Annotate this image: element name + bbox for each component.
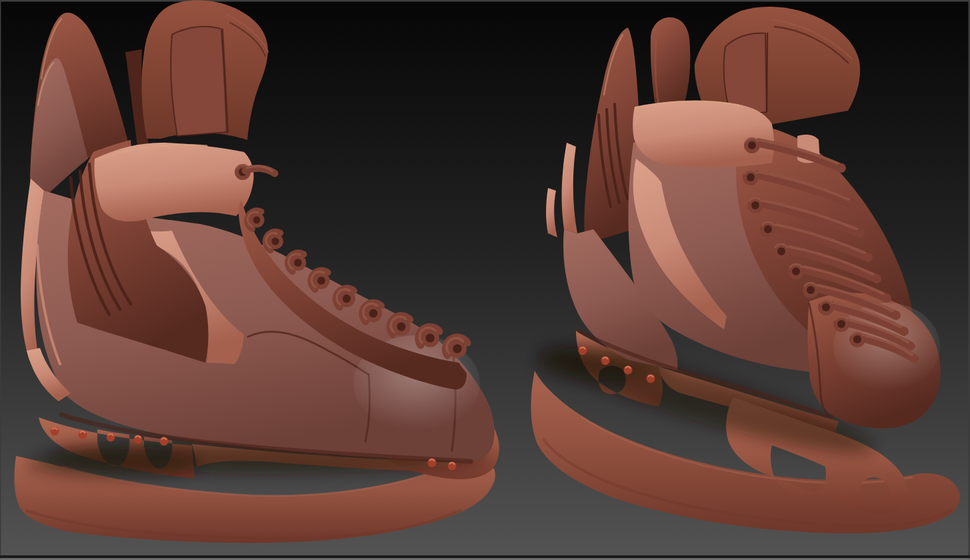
right-tongue-center-seam <box>767 33 767 112</box>
right-lace-end-2 <box>847 199 857 209</box>
right-eyelet-1 <box>744 137 760 153</box>
right-lace-end-3 <box>855 229 865 238</box>
right-eyelet-6 <box>788 263 804 279</box>
right-lace-end-1 <box>837 163 846 173</box>
right-rivet-3 <box>624 366 633 375</box>
right-eyelet-8 <box>818 299 834 315</box>
left-tongue-inner-panel <box>171 27 228 136</box>
right-rivet-4 <box>647 375 655 383</box>
right-collar-strap <box>633 101 774 167</box>
right-rivet-2 <box>601 357 610 365</box>
left-rivet-2 <box>79 431 87 439</box>
frame-line-top <box>0 0 970 2</box>
left-rivet-3 <box>107 433 115 442</box>
right-lace-end-7 <box>891 311 901 320</box>
left-heel-shadow <box>27 451 200 477</box>
right-rivet-1 <box>579 347 587 355</box>
right-eyelet-3 <box>747 197 763 213</box>
right-eyelet-9 <box>833 316 849 332</box>
rendered-scene <box>0 0 970 560</box>
right-lace-end-5 <box>872 274 881 283</box>
right-lace-end-4 <box>863 253 873 262</box>
right-lace-end-6 <box>882 293 891 303</box>
frame-line-left <box>0 0 1 560</box>
left-rivet-1 <box>51 427 59 436</box>
left-rivet-5 <box>160 437 169 446</box>
right-lace-end-8 <box>899 327 909 336</box>
left-rivet-6 <box>428 459 437 467</box>
right-eyelet-10 <box>849 331 865 347</box>
frame-line-bottom-dark <box>0 555 970 558</box>
right-eyelet-7 <box>803 282 819 298</box>
left-rivet-4 <box>134 435 143 444</box>
right-eyelet-2 <box>743 169 759 185</box>
left-rivet-7 <box>448 462 457 471</box>
sculpt-viewport-canvas[interactable] <box>0 0 970 560</box>
left-collar-strap <box>94 143 253 221</box>
right-eyelet-5 <box>773 243 789 259</box>
right-eyelet-4 <box>760 221 776 237</box>
